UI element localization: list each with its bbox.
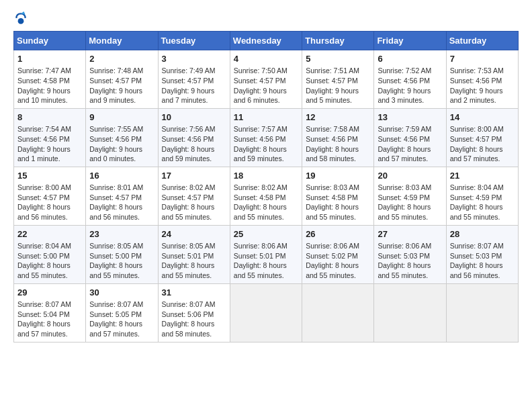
header-cell-thursday: Thursday bbox=[302, 32, 374, 50]
logo-icon bbox=[13, 11, 28, 26]
day-cell: 23Sunrise: 8:05 AMSunset: 5:00 PMDayligh… bbox=[86, 225, 158, 283]
day-info: Sunrise: 8:07 AMSunset: 5:04 PMDaylight:… bbox=[17, 300, 82, 339]
day-cell: 19Sunrise: 8:03 AMSunset: 4:58 PMDayligh… bbox=[302, 167, 374, 225]
calendar-header: SundayMondayTuesdayWednesdayThursdayFrid… bbox=[14, 32, 519, 50]
day-info: Sunrise: 7:48 AMSunset: 4:57 PMDaylight:… bbox=[89, 66, 154, 105]
day-number: 17 bbox=[162, 170, 226, 182]
header-cell-wednesday: Wednesday bbox=[230, 32, 302, 50]
day-number: 12 bbox=[306, 111, 370, 124]
week-row-3: 15Sunrise: 8:00 AMSunset: 4:57 PMDayligh… bbox=[14, 167, 519, 225]
day-cell: 9Sunrise: 7:55 AMSunset: 4:56 PMDaylight… bbox=[86, 108, 158, 167]
day-info: Sunrise: 7:56 AMSunset: 4:56 PMDaylight:… bbox=[162, 124, 226, 164]
day-info: Sunrise: 8:00 AMSunset: 4:57 PMDaylight:… bbox=[17, 183, 82, 222]
day-info: Sunrise: 8:06 AMSunset: 5:02 PMDaylight:… bbox=[306, 241, 370, 281]
header-cell-tuesday: Tuesday bbox=[158, 32, 230, 50]
day-number: 13 bbox=[378, 111, 442, 124]
svg-point-1 bbox=[18, 18, 24, 24]
day-cell: 21Sunrise: 8:04 AMSunset: 4:59 PMDayligh… bbox=[446, 167, 518, 225]
day-cell: 1Sunrise: 7:47 AMSunset: 4:58 PMDaylight… bbox=[14, 50, 86, 109]
day-cell: 16Sunrise: 8:01 AMSunset: 4:57 PMDayligh… bbox=[86, 167, 158, 225]
calendar-body: 1Sunrise: 7:47 AMSunset: 4:58 PMDaylight… bbox=[14, 50, 519, 342]
day-cell: 8Sunrise: 7:54 AMSunset: 4:56 PMDaylight… bbox=[14, 108, 86, 167]
day-cell: 15Sunrise: 8:00 AMSunset: 4:57 PMDayligh… bbox=[14, 167, 86, 225]
day-number: 1 bbox=[17, 53, 82, 65]
day-info: Sunrise: 7:57 AMSunset: 4:56 PMDaylight:… bbox=[234, 124, 298, 164]
day-info: Sunrise: 7:52 AMSunset: 4:56 PMDaylight:… bbox=[378, 66, 442, 105]
day-number: 11 bbox=[234, 111, 298, 124]
day-cell bbox=[446, 283, 518, 342]
day-info: Sunrise: 8:03 AMSunset: 4:58 PMDaylight:… bbox=[306, 183, 370, 222]
day-cell: 26Sunrise: 8:06 AMSunset: 5:02 PMDayligh… bbox=[302, 225, 374, 283]
day-info: Sunrise: 8:02 AMSunset: 4:58 PMDaylight:… bbox=[234, 183, 298, 222]
day-cell: 3Sunrise: 7:49 AMSunset: 4:57 PMDaylight… bbox=[158, 50, 230, 109]
day-info: Sunrise: 7:47 AMSunset: 4:58 PMDaylight:… bbox=[17, 66, 82, 105]
calendar-table: SundayMondayTuesdayWednesdayThursdayFrid… bbox=[13, 31, 519, 342]
day-number: 28 bbox=[450, 228, 515, 240]
day-info: Sunrise: 7:50 AMSunset: 4:57 PMDaylight:… bbox=[234, 66, 298, 105]
day-number: 24 bbox=[162, 228, 226, 240]
day-number: 8 bbox=[17, 111, 82, 124]
day-number: 26 bbox=[306, 228, 370, 240]
day-info: Sunrise: 8:00 AMSunset: 4:57 PMDaylight:… bbox=[450, 124, 515, 164]
day-info: Sunrise: 8:01 AMSunset: 4:57 PMDaylight:… bbox=[89, 183, 154, 222]
day-cell: 29Sunrise: 8:07 AMSunset: 5:04 PMDayligh… bbox=[14, 283, 86, 342]
day-cell: 31Sunrise: 8:07 AMSunset: 5:06 PMDayligh… bbox=[158, 283, 230, 342]
day-number: 25 bbox=[234, 228, 298, 240]
day-info: Sunrise: 7:51 AMSunset: 4:57 PMDaylight:… bbox=[306, 66, 370, 105]
day-info: Sunrise: 8:02 AMSunset: 4:57 PMDaylight:… bbox=[162, 183, 226, 222]
day-cell bbox=[374, 283, 446, 342]
day-cell bbox=[302, 283, 374, 342]
day-number: 5 bbox=[306, 53, 370, 65]
day-cell: 20Sunrise: 8:03 AMSunset: 4:59 PMDayligh… bbox=[374, 167, 446, 225]
day-number: 19 bbox=[306, 170, 370, 182]
day-number: 16 bbox=[89, 170, 154, 182]
day-info: Sunrise: 8:07 AMSunset: 5:06 PMDaylight:… bbox=[162, 300, 226, 339]
day-number: 23 bbox=[89, 228, 154, 240]
day-number: 2 bbox=[89, 53, 154, 65]
day-number: 31 bbox=[162, 287, 226, 299]
day-info: Sunrise: 8:06 AMSunset: 5:01 PMDaylight:… bbox=[234, 241, 298, 281]
day-info: Sunrise: 8:03 AMSunset: 4:59 PMDaylight:… bbox=[378, 183, 442, 222]
day-number: 14 bbox=[450, 111, 515, 124]
day-cell: 6Sunrise: 7:52 AMSunset: 4:56 PMDaylight… bbox=[374, 50, 446, 109]
day-info: Sunrise: 8:04 AMSunset: 5:00 PMDaylight:… bbox=[17, 241, 82, 281]
week-row-1: 1Sunrise: 7:47 AMSunset: 4:58 PMDaylight… bbox=[14, 50, 519, 109]
day-cell: 7Sunrise: 7:53 AMSunset: 4:56 PMDaylight… bbox=[446, 50, 518, 109]
day-number: 10 bbox=[162, 111, 226, 124]
day-cell: 30Sunrise: 8:07 AMSunset: 5:05 PMDayligh… bbox=[86, 283, 158, 342]
day-cell: 4Sunrise: 7:50 AMSunset: 4:57 PMDaylight… bbox=[230, 50, 302, 109]
logo bbox=[13, 11, 31, 26]
header-cell-friday: Friday bbox=[374, 32, 446, 50]
day-number: 6 bbox=[378, 53, 442, 65]
day-cell: 12Sunrise: 7:58 AMSunset: 4:56 PMDayligh… bbox=[302, 108, 374, 167]
week-row-4: 22Sunrise: 8:04 AMSunset: 5:00 PMDayligh… bbox=[14, 225, 519, 283]
day-info: Sunrise: 7:53 AMSunset: 4:56 PMDaylight:… bbox=[450, 66, 515, 105]
day-number: 18 bbox=[234, 170, 298, 182]
day-number: 29 bbox=[17, 287, 82, 299]
day-info: Sunrise: 8:05 AMSunset: 5:00 PMDaylight:… bbox=[89, 241, 154, 281]
day-number: 21 bbox=[450, 170, 515, 182]
day-cell: 14Sunrise: 8:00 AMSunset: 4:57 PMDayligh… bbox=[446, 108, 518, 167]
day-cell: 22Sunrise: 8:04 AMSunset: 5:00 PMDayligh… bbox=[14, 225, 86, 283]
week-row-2: 8Sunrise: 7:54 AMSunset: 4:56 PMDaylight… bbox=[14, 108, 519, 167]
header-cell-sunday: Sunday bbox=[14, 32, 86, 50]
day-number: 4 bbox=[234, 53, 298, 65]
day-cell bbox=[230, 283, 302, 342]
day-info: Sunrise: 8:05 AMSunset: 5:01 PMDaylight:… bbox=[162, 241, 226, 281]
day-cell: 10Sunrise: 7:56 AMSunset: 4:56 PMDayligh… bbox=[158, 108, 230, 167]
week-row-5: 29Sunrise: 8:07 AMSunset: 5:04 PMDayligh… bbox=[14, 283, 519, 342]
calendar-page: SundayMondayTuesdayWednesdayThursdayFrid… bbox=[0, 0, 532, 349]
day-cell: 27Sunrise: 8:06 AMSunset: 5:03 PMDayligh… bbox=[374, 225, 446, 283]
day-number: 22 bbox=[17, 228, 82, 240]
day-cell: 13Sunrise: 7:59 AMSunset: 4:56 PMDayligh… bbox=[374, 108, 446, 167]
day-info: Sunrise: 7:58 AMSunset: 4:56 PMDaylight:… bbox=[306, 124, 370, 164]
day-info: Sunrise: 7:54 AMSunset: 4:56 PMDaylight:… bbox=[17, 124, 82, 164]
day-info: Sunrise: 7:55 AMSunset: 4:56 PMDaylight:… bbox=[89, 124, 154, 164]
day-number: 20 bbox=[378, 170, 442, 182]
day-cell: 17Sunrise: 8:02 AMSunset: 4:57 PMDayligh… bbox=[158, 167, 230, 225]
header-row-days: SundayMondayTuesdayWednesdayThursdayFrid… bbox=[14, 32, 519, 50]
day-cell: 11Sunrise: 7:57 AMSunset: 4:56 PMDayligh… bbox=[230, 108, 302, 167]
day-info: Sunrise: 8:06 AMSunset: 5:03 PMDaylight:… bbox=[378, 241, 442, 281]
header-cell-monday: Monday bbox=[86, 32, 158, 50]
day-cell: 18Sunrise: 8:02 AMSunset: 4:58 PMDayligh… bbox=[230, 167, 302, 225]
